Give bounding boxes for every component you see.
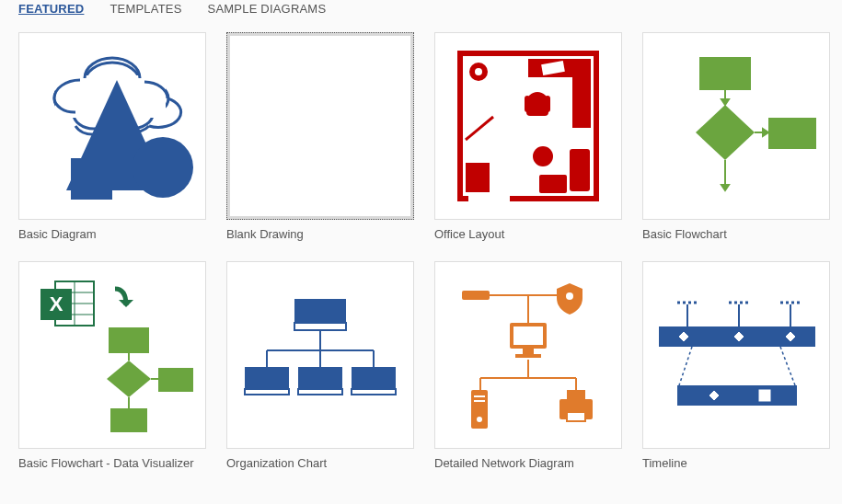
blank-canvas-icon — [230, 36, 410, 216]
svg-rect-12 — [572, 77, 591, 128]
flowchart-dv-icon: X — [28, 270, 198, 441]
svg-point-19 — [475, 68, 482, 75]
svg-marker-31 — [763, 129, 768, 136]
label-basic-flowchart: Basic Flowchart — [642, 227, 830, 241]
label-org-chart: Organization Chart — [226, 456, 414, 470]
label-blank-drawing: Blank Drawing — [226, 227, 414, 241]
svg-rect-72 — [523, 349, 534, 354]
svg-rect-16 — [525, 96, 530, 112]
svg-rect-95 — [758, 389, 771, 402]
template-grid: Basic Diagram Blank Drawing — [18, 32, 824, 470]
label-flowchart-dv: Basic Flowchart - Data Visualizer — [18, 456, 206, 470]
svg-marker-41 — [119, 300, 133, 307]
template-blank-drawing[interactable]: Blank Drawing — [226, 32, 414, 241]
svg-rect-93 — [677, 385, 797, 406]
svg-rect-27 — [768, 118, 816, 149]
svg-rect-79 — [567, 390, 585, 401]
svg-rect-17 — [545, 96, 550, 112]
svg-rect-23 — [539, 175, 567, 193]
label-network: Detailed Network Diagram — [434, 456, 622, 470]
svg-text:X: X — [49, 292, 63, 315]
tab-featured[interactable]: FEATURED — [18, 2, 84, 16]
label-office-layout: Office Layout — [434, 227, 622, 241]
svg-rect-22 — [570, 149, 590, 191]
template-organization-chart[interactable]: Organization Chart — [226, 261, 414, 470]
svg-point-7 — [133, 137, 193, 198]
svg-rect-61 — [352, 389, 396, 395]
thumb-org-chart — [226, 261, 414, 449]
svg-rect-44 — [158, 368, 193, 392]
template-timeline[interactable]: Timeline — [642, 261, 830, 470]
svg-point-75 — [477, 417, 482, 422]
svg-rect-76 — [474, 395, 485, 397]
svg-rect-73 — [515, 354, 541, 358]
svg-rect-77 — [474, 400, 485, 402]
svg-line-91 — [679, 347, 692, 385]
template-flowchart-data-visualizer[interactable]: X Basi — [18, 261, 206, 470]
label-timeline: Timeline — [642, 456, 830, 470]
thumb-timeline — [642, 261, 830, 449]
svg-rect-71 — [513, 326, 543, 345]
svg-rect-25 — [699, 57, 751, 90]
thumb-office-layout — [434, 32, 622, 220]
org-chart-icon — [237, 286, 403, 424]
thumb-basic-diagram — [18, 32, 206, 220]
svg-rect-68 — [462, 291, 490, 300]
svg-rect-45 — [110, 408, 147, 432]
svg-rect-42 — [109, 327, 149, 353]
svg-rect-57 — [245, 389, 289, 395]
template-basic-diagram[interactable]: Basic Diagram — [18, 32, 206, 241]
svg-marker-26 — [696, 105, 755, 160]
template-office-layout[interactable]: Office Layout — [434, 32, 622, 241]
svg-rect-59 — [298, 389, 342, 395]
svg-line-21 — [466, 117, 493, 140]
tab-sample-diagrams[interactable]: SAMPLE DIAGRAMS — [208, 2, 327, 16]
thumb-flowchart-dv: X — [18, 261, 206, 449]
basic-diagram-icon — [29, 48, 195, 204]
svg-marker-43 — [107, 361, 151, 397]
svg-line-92 — [780, 347, 795, 385]
svg-rect-10 — [468, 194, 510, 203]
basic-flowchart-icon — [653, 48, 819, 204]
svg-marker-33 — [721, 185, 729, 190]
svg-rect-20 — [466, 163, 490, 192]
svg-rect-80 — [567, 412, 585, 421]
svg-point-24 — [533, 146, 553, 166]
thumb-network — [434, 261, 622, 449]
svg-marker-29 — [721, 99, 729, 105]
svg-point-69 — [566, 292, 573, 300]
label-basic-diagram: Basic Diagram — [18, 227, 206, 241]
network-diagram-icon — [445, 272, 611, 438]
office-layout-icon — [455, 48, 602, 204]
timeline-icon — [652, 286, 822, 424]
thumb-blank-drawing — [226, 32, 414, 220]
svg-rect-55 — [294, 323, 346, 330]
tab-templates[interactable]: TEMPLATES — [110, 2, 181, 16]
template-tabs: FEATURED TEMPLATES SAMPLE DIAGRAMS — [18, 0, 824, 32]
svg-rect-8 — [71, 158, 112, 200]
template-basic-flowchart[interactable]: Basic Flowchart — [642, 32, 830, 241]
template-network-diagram[interactable]: Detailed Network Diagram — [434, 261, 622, 470]
thumb-basic-flowchart — [642, 32, 830, 220]
